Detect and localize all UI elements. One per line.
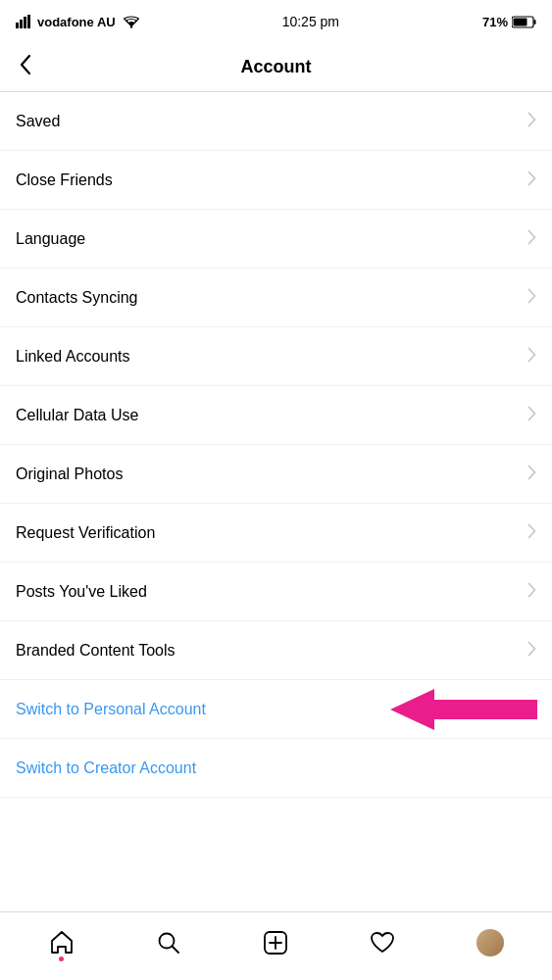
menu-item-label-cellular-data-use: Cellular Data Use	[16, 407, 138, 424]
heart-icon	[370, 930, 395, 956]
menu-item-contacts-syncing[interactable]: Contacts Syncing	[0, 269, 552, 327]
bottom-nav	[0, 911, 552, 980]
home-icon	[49, 930, 75, 956]
chevron-icon-saved	[527, 112, 536, 131]
menu-item-label-saved: Saved	[16, 113, 60, 130]
menu-item-switch-personal[interactable]: Switch to Personal Account	[0, 680, 552, 739]
chevron-icon-request-verification	[527, 523, 536, 543]
back-button[interactable]	[16, 50, 35, 85]
menu-item-cellular-data-use[interactable]: Cellular Data Use	[0, 386, 552, 445]
chevron-icon-posts-youve-liked	[527, 582, 536, 602]
nav-home[interactable]	[37, 922, 86, 963]
status-battery: 71%	[482, 15, 536, 29]
chevron-icon-original-photos	[527, 465, 536, 484]
menu-item-language[interactable]: Language	[0, 210, 552, 269]
svg-rect-3	[27, 15, 30, 28]
nav-add[interactable]	[251, 922, 300, 963]
profile-avatar	[477, 929, 504, 956]
menu-item-branded-content-tools[interactable]: Branded Content Tools	[0, 621, 552, 680]
menu-item-switch-creator[interactable]: Switch to Creator Account	[0, 739, 552, 798]
chevron-icon-language	[527, 229, 536, 249]
wifi-icon	[124, 16, 139, 28]
menu-item-saved[interactable]: Saved	[0, 92, 552, 151]
menu-item-posts-youve-liked[interactable]: Posts You've Liked	[0, 563, 552, 621]
menu-item-label-switch-creator: Switch to Creator Account	[16, 760, 196, 777]
menu-item-label-close-friends: Close Friends	[16, 172, 113, 189]
svg-rect-0	[16, 23, 19, 28]
menu-item-label-posts-youve-liked: Posts You've Liked	[16, 583, 147, 601]
svg-rect-2	[24, 17, 26, 28]
status-carrier-wifi: vodafone AU	[16, 15, 139, 29]
menu-item-label-request-verification: Request Verification	[16, 524, 155, 542]
menu-item-label-switch-personal: Switch to Personal Account	[16, 701, 206, 718]
svg-line-9	[172, 946, 178, 953]
pink-arrow-annotation	[385, 684, 542, 735]
chevron-icon-branded-content-tools	[527, 641, 536, 661]
page-header: Account	[0, 43, 552, 92]
home-dot	[59, 956, 64, 961]
nav-search[interactable]	[144, 922, 193, 963]
add-icon	[263, 930, 288, 956]
chevron-icon-cellular-data-use	[527, 406, 536, 425]
battery-icon	[512, 16, 536, 28]
menu-item-label-branded-content-tools: Branded Content Tools	[16, 642, 175, 660]
page-title: Account	[241, 57, 312, 77]
svg-rect-6	[533, 20, 535, 24]
menu-item-close-friends[interactable]: Close Friends	[0, 151, 552, 210]
search-icon	[156, 930, 181, 956]
menu-item-label-linked-accounts: Linked Accounts	[16, 348, 130, 366]
carrier-text: vodafone AU	[37, 15, 116, 29]
menu-list: SavedClose FriendsLanguageContacts Synci…	[0, 92, 552, 911]
menu-item-label-original-photos: Original Photos	[16, 466, 123, 483]
menu-item-label-contacts-syncing: Contacts Syncing	[16, 289, 138, 307]
status-time: 10:25 pm	[282, 14, 339, 29]
status-bar: vodafone AU 10:25 pm 71%	[0, 0, 552, 43]
svg-rect-7	[513, 18, 527, 25]
menu-item-label-language: Language	[16, 230, 85, 248]
chevron-icon-contacts-syncing	[527, 288, 536, 308]
signal-icon	[16, 15, 33, 28]
menu-item-linked-accounts[interactable]: Linked Accounts	[0, 327, 552, 386]
svg-point-4	[130, 25, 132, 27]
nav-activity[interactable]	[358, 922, 407, 963]
menu-item-original-photos[interactable]: Original Photos	[0, 445, 552, 504]
battery-percentage: 71%	[482, 15, 508, 29]
nav-profile[interactable]	[465, 921, 516, 964]
svg-rect-1	[20, 20, 23, 28]
menu-item-request-verification[interactable]: Request Verification	[0, 504, 552, 563]
chevron-icon-linked-accounts	[527, 347, 536, 367]
chevron-icon-close-friends	[527, 171, 536, 190]
